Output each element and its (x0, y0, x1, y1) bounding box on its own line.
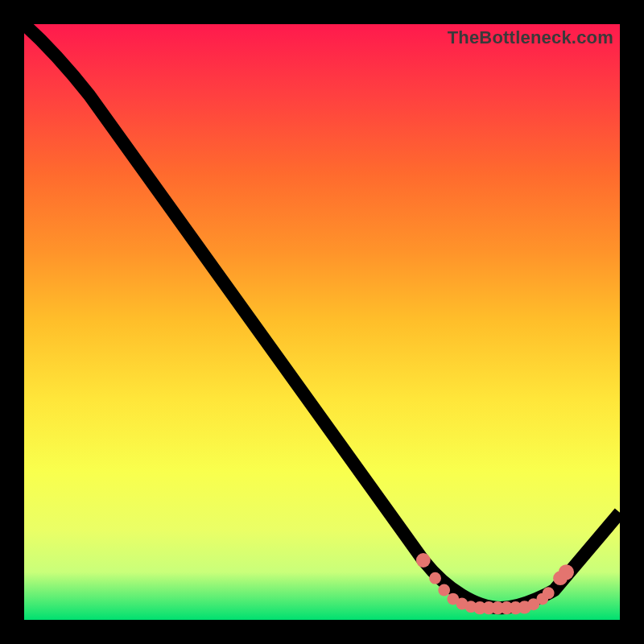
chart-frame: TheBottleneck.com (0, 0, 644, 644)
curve-marker (416, 553, 431, 568)
curve-marker (438, 584, 450, 597)
curve-marker (543, 587, 555, 599)
curve-marker (559, 564, 574, 580)
curve-marker (429, 572, 441, 584)
chart-svg (24, 24, 620, 620)
plot-area: TheBottleneck.com (24, 24, 620, 620)
curve-path (24, 24, 620, 608)
